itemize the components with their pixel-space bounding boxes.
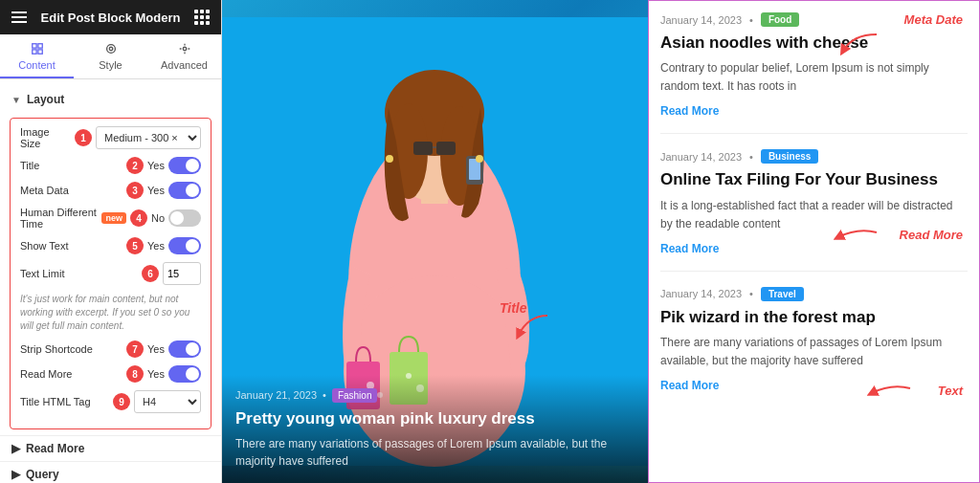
svg-point-4 xyxy=(106,45,115,54)
num-2: 2 xyxy=(126,157,144,174)
center-image: January 21, 2023 • Fashion Pretty young … xyxy=(222,0,648,483)
text-limit-control: 6 xyxy=(142,262,201,285)
num-3: 3 xyxy=(126,182,144,199)
post-dot-1: • xyxy=(749,14,753,26)
title-label: Title xyxy=(20,160,122,171)
chevron-right-icon2: ▶ xyxy=(11,468,20,481)
num-5: 5 xyxy=(126,237,144,254)
svg-point-26 xyxy=(386,155,393,163)
right-panel: January 14, 2023 • Food Asian noodles wi… xyxy=(648,0,980,483)
post-date-2: January 14, 2023 xyxy=(660,151,742,163)
svg-rect-0 xyxy=(32,44,35,48)
text-limit-input[interactable] xyxy=(163,262,201,285)
post-date-1: January 14, 2023 xyxy=(660,14,742,26)
strip-yes: Yes xyxy=(147,343,165,355)
svg-rect-16 xyxy=(436,142,456,155)
post-title-3: Pik wizard in the forest map xyxy=(660,307,968,328)
title-tag-select[interactable]: H4H1H2H3H5H6 xyxy=(134,390,201,413)
human-no: No xyxy=(151,212,165,224)
post-dot-3: • xyxy=(749,288,753,299)
title-arrow xyxy=(500,311,557,344)
layout-fields: Image Size 1 Medium - 300 × 300 Thumbnai… xyxy=(10,118,212,429)
meta-data-label: Meta Data xyxy=(20,185,122,196)
query-section-label: Query xyxy=(26,468,59,481)
post-card-3: January 14, 2023 • Travel Pik wizard in … xyxy=(660,287,968,407)
read-more-annotation: Read More xyxy=(900,228,963,242)
show-text-control: 5 Yes xyxy=(126,237,201,254)
meta-yes: Yes xyxy=(147,185,165,196)
title-toggle[interactable] xyxy=(168,157,201,174)
show-text-toggle[interactable] xyxy=(168,237,201,254)
read-more-row: Read More 8 Yes xyxy=(20,365,201,383)
human-time-label: Human Different Time xyxy=(20,207,98,230)
top-bar: Edit Post Block Modern xyxy=(0,0,221,34)
overlay-date: January 21, 2023 xyxy=(235,389,317,401)
read-more-control: 8 Yes xyxy=(126,365,201,383)
tab-style[interactable]: Style xyxy=(74,34,147,78)
overlay-excerpt: There are many variations of passages of… xyxy=(235,435,635,470)
panel-title: Edit Post Block Modern xyxy=(41,11,181,25)
human-time-row: Human Different Time new 4 No xyxy=(20,207,201,230)
read-more-section: ▶ Read More xyxy=(0,435,221,461)
post-cat-2: Business xyxy=(761,149,818,164)
left-panel: Edit Post Block Modern Content Style Adv… xyxy=(0,0,222,483)
svg-rect-2 xyxy=(32,50,35,54)
strip-shortcode-label: Strip Shortcode xyxy=(20,343,122,355)
image-size-control: 1 Medium - 300 × 300 Thumbnail Large Ful… xyxy=(75,126,201,149)
grid-icon[interactable] xyxy=(194,10,210,25)
num-7: 7 xyxy=(126,340,144,358)
meta-date-annotation: Meta Date xyxy=(904,12,963,27)
read-more-arrow xyxy=(829,218,881,247)
layout-section-header[interactable]: ▼ Layout xyxy=(0,87,221,112)
svg-point-6 xyxy=(183,47,187,51)
svg-point-27 xyxy=(476,155,483,163)
post-dot-2: • xyxy=(749,151,753,163)
fashion-badge: Fashion xyxy=(332,388,378,403)
image-size-row: Image Size 1 Medium - 300 × 300 Thumbnai… xyxy=(20,126,201,149)
layout-label: Layout xyxy=(27,93,64,106)
num-4: 4 xyxy=(130,209,147,227)
svg-rect-15 xyxy=(413,142,433,155)
read-more-section-label: Read More xyxy=(26,442,84,455)
image-size-label: Image Size xyxy=(20,126,71,149)
human-time-toggle[interactable] xyxy=(168,209,201,227)
overlay-dot: • xyxy=(323,389,326,401)
tab-bar: Content Style Advanced xyxy=(0,34,221,79)
read-more-label: Read More xyxy=(20,368,122,380)
text-annotation: Text xyxy=(938,384,963,398)
post-cat-3: Travel xyxy=(761,287,804,301)
post-meta-3: January 14, 2023 • Travel xyxy=(660,287,968,301)
strip-shortcode-row: Strip Shortcode 7 Yes xyxy=(20,340,201,358)
post-title-1: Asian noodles with cheese xyxy=(660,33,968,54)
image-overlay: January 21, 2023 • Fashion Pretty young … xyxy=(222,375,648,483)
tab-advanced[interactable]: Advanced xyxy=(147,34,221,78)
title-tag-label: Title HTML Tag xyxy=(20,396,109,407)
post-card-2: January 14, 2023 • Business Online Tax F… xyxy=(660,149,968,271)
svg-point-5 xyxy=(109,47,113,51)
read-more-link-3[interactable]: Read More xyxy=(660,379,719,392)
meta-toggle[interactable] xyxy=(168,182,201,199)
show-text-label: Show Text xyxy=(20,240,122,252)
title-control: 2 Yes xyxy=(126,157,201,174)
hamburger-icon[interactable] xyxy=(11,11,27,23)
title-tag-row: Title HTML Tag 9 H4H1H2H3H5H6 xyxy=(20,390,201,413)
title-yes: Yes xyxy=(147,160,165,171)
read-more-link-2[interactable]: Read More xyxy=(660,242,719,255)
query-section: ▶ Query xyxy=(0,461,221,483)
num-6: 6 xyxy=(142,265,159,282)
text-limit-label: Text Limit xyxy=(20,268,138,279)
read-more-link-1[interactable]: Read More xyxy=(660,104,719,118)
strip-shortcode-toggle[interactable] xyxy=(168,340,201,358)
human-time-control: new 4 No xyxy=(101,209,201,227)
meta-data-control: 3 Yes xyxy=(126,182,201,199)
post-date-3: January 14, 2023 xyxy=(660,288,742,299)
overlay-title: Pretty young woman pink luxury dress xyxy=(235,408,635,429)
overlay-meta: January 21, 2023 • Fashion xyxy=(235,388,635,403)
svg-rect-1 xyxy=(37,44,41,48)
post-excerpt-1: Contrary to popular belief, Lorem Ipsum … xyxy=(660,59,968,96)
title-tag-control: 9 H4H1H2H3H5H6 xyxy=(113,390,201,413)
image-size-select[interactable]: Medium - 300 × 300 Thumbnail Large Full xyxy=(96,126,201,149)
num-1: 1 xyxy=(75,129,92,146)
tab-content[interactable]: Content xyxy=(0,34,74,78)
read-more-toggle[interactable] xyxy=(168,365,201,383)
